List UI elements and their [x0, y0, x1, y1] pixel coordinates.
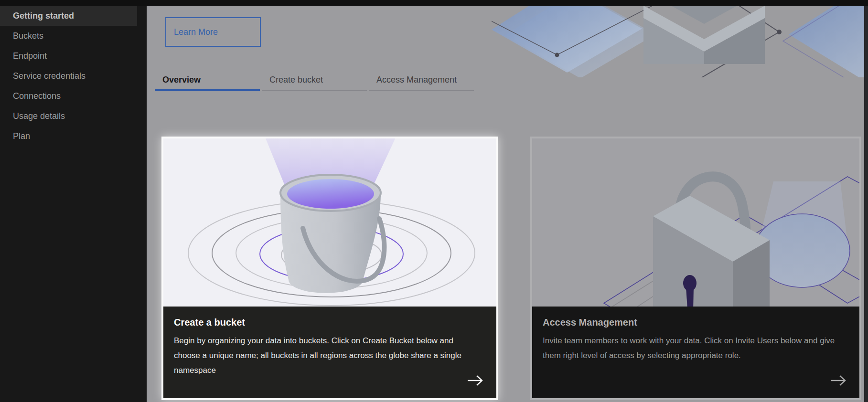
lock-illustration	[532, 138, 859, 307]
sidebar-item-plan[interactable]: Plan	[0, 126, 147, 146]
access-management-card[interactable]: Access Management Invite team members to…	[530, 137, 861, 400]
sidebar-item-getting-started[interactable]: Getting started	[0, 6, 137, 26]
create-bucket-card[interactable]: Create a bucket Begin by organizing your…	[161, 137, 498, 400]
create-bucket-card-description: Begin by organizing your data into bucke…	[174, 333, 463, 378]
tab-access-management[interactable]: Access Management	[369, 67, 474, 91]
sidebar-item-buckets[interactable]: Buckets	[0, 26, 147, 46]
sidebar-item-usage-details[interactable]: Usage details	[0, 106, 147, 126]
sidebar-item-service-credentials[interactable]: Service credentials	[0, 66, 147, 86]
right-edge-strip	[864, 0, 868, 402]
arrow-right-icon[interactable]	[467, 374, 484, 387]
create-bucket-card-title: Create a bucket	[174, 317, 486, 328]
arrow-right-icon[interactable]	[830, 374, 847, 387]
access-management-card-title: Access Management	[543, 317, 849, 328]
sidebar-item-connections[interactable]: Connections	[0, 86, 147, 106]
tab-bar: Overview Create bucket Access Management	[155, 67, 474, 91]
tab-create-bucket[interactable]: Create bucket	[262, 67, 367, 91]
access-management-card-description: Invite team members to work with your da…	[543, 333, 853, 363]
top-bar	[0, 0, 868, 6]
bucket-illustration	[163, 138, 496, 307]
learn-more-button[interactable]: Learn More	[165, 17, 261, 47]
access-management-card-footer: Access Management Invite team members to…	[532, 307, 859, 398]
sidebar-nav: Getting started Buckets Endpoint Service…	[0, 6, 147, 402]
cubes-illustration	[492, 6, 864, 77]
tab-overview[interactable]: Overview	[155, 67, 260, 91]
main-content: Learn More Overview Create bucket Access…	[147, 6, 864, 402]
create-bucket-card-footer: Create a bucket Begin by organizing your…	[163, 307, 496, 398]
sidebar-item-endpoint[interactable]: Endpoint	[0, 46, 147, 66]
